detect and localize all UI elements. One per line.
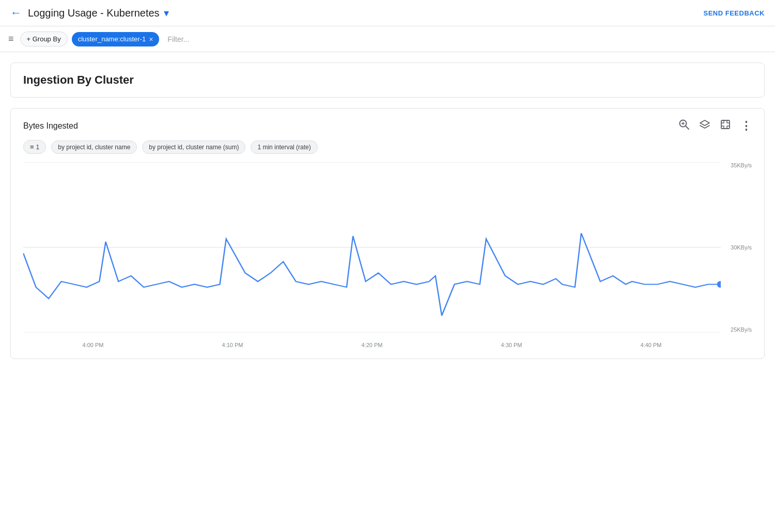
x-label-440pm: 4:40 PM: [641, 342, 662, 348]
filter-badge-interval[interactable]: 1 min interval (rate): [251, 140, 317, 154]
filter-badge-count[interactable]: ≡ 1: [23, 140, 46, 154]
page-title: Logging Usage - Kubernetes: [28, 7, 160, 19]
chart-filter-row: ≡ 1 by project id, cluster name by proje…: [23, 140, 752, 154]
more-icon[interactable]: ⋮: [740, 119, 752, 133]
filter-badge-project-cluster[interactable]: by project id, cluster name: [51, 140, 137, 154]
chart-x-labels: 4:00 PM 4:10 PM 4:20 PM 4:30 PM 4:40 PM: [23, 342, 721, 348]
filter-chip-close[interactable]: ×: [149, 35, 153, 43]
y-label-25: 25KBy/s: [731, 326, 752, 333]
filter-badge-project-cluster-label: by project id, cluster name: [58, 144, 130, 151]
svg-point-5: [717, 281, 721, 288]
back-button[interactable]: ←: [10, 6, 22, 20]
filter-badge-count-label: 1: [36, 144, 40, 151]
bytes-ingested-card: Bytes Ingested: [10, 108, 765, 359]
filter-chip-label: cluster_name:cluster-1: [78, 35, 146, 43]
layers-icon[interactable]: [699, 119, 710, 133]
x-label-420pm: 4:20 PM: [362, 342, 383, 348]
main-content: Ingestion By Cluster Bytes Ingested: [0, 52, 775, 369]
filter-icon: ≡: [8, 34, 14, 44]
x-label-400pm: 4:00 PM: [83, 342, 104, 348]
x-label-430pm: 4:30 PM: [501, 342, 522, 348]
send-feedback-button[interactable]: SEND FEEDBACK: [704, 9, 765, 17]
app-header: ← Logging Usage - Kubernetes ▾ SEND FEED…: [0, 0, 775, 26]
group-by-button[interactable]: + Group By: [20, 32, 68, 46]
filter-badge-interval-label: 1 min interval (rate): [257, 144, 311, 151]
chart-y-labels: 35KBy/s 30KBy/s 25KBy/s: [731, 162, 752, 348]
filter-chip: cluster_name:cluster-1 ×: [72, 32, 160, 46]
title-dropdown-icon[interactable]: ▾: [164, 7, 169, 19]
zoom-icon[interactable]: [678, 119, 690, 133]
y-label-30: 30KBy/s: [731, 244, 752, 251]
filter-input[interactable]: [163, 33, 767, 45]
chart-title: Bytes Ingested: [23, 121, 678, 131]
ingestion-title: Ingestion By Cluster: [23, 73, 134, 86]
chart-header: Bytes Ingested: [23, 119, 752, 133]
filter-toolbar: ≡ + Group By cluster_name:cluster-1 ×: [0, 26, 775, 52]
y-label-35: 35KBy/s: [731, 162, 752, 168]
x-label-410pm: 4:10 PM: [222, 342, 243, 348]
chart-svg: [23, 162, 721, 333]
filter-badge-icon: ≡: [30, 143, 34, 151]
expand-icon[interactable]: [720, 119, 731, 133]
chart-area: 35KBy/s 30KBy/s 25KBy/s 4:00 PM 4:10 PM …: [23, 162, 752, 348]
filter-badge-sum-label: by project id, cluster name (sum): [149, 144, 239, 151]
group-by-label: + Group By: [27, 35, 61, 43]
ingestion-section-card: Ingestion By Cluster: [10, 62, 765, 98]
chart-svg-container: [23, 162, 721, 333]
svg-rect-1: [721, 120, 730, 129]
filter-badge-sum[interactable]: by project id, cluster name (sum): [142, 140, 245, 154]
chart-icon-group: ⋮: [678, 119, 752, 133]
